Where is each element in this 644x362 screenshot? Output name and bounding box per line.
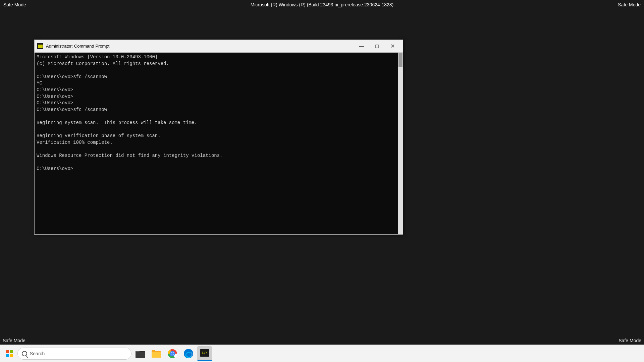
safe-mode-top-left: Safe Mode: [0, 0, 30, 9]
edge-icon: [184, 349, 193, 358]
search-box[interactable]: Search: [17, 348, 131, 360]
cmd-output[interactable]: Microsoft Windows [Version 10.0.23493.10…: [35, 53, 398, 234]
taskbar: Search: [0, 345, 644, 362]
cmd-taskbar-icon-text: C:\: [202, 351, 207, 355]
windows-logo-icon: [5, 350, 13, 358]
svg-rect-6: [136, 351, 140, 352]
svg-rect-5: [136, 352, 145, 358]
svg-point-10: [171, 352, 174, 355]
svg-rect-1: [10, 350, 13, 353]
safe-mode-bottom-right: Safe Mode: [619, 338, 641, 343]
windows-build-title: Microsoft (R) Windows (R) (Build 23493.n…: [247, 0, 397, 9]
cmd-window: Administrator: Command Prompt — □ ✕ Micr…: [34, 40, 403, 235]
taskbar-edge[interactable]: [181, 346, 196, 361]
window-controls: — □ ✕: [354, 41, 400, 52]
cmd-scrollbar-thumb[interactable]: [398, 53, 402, 67]
search-label: Search: [30, 351, 45, 356]
taskbar-chrome[interactable]: [165, 346, 180, 361]
safe-mode-bottom-left: Safe Mode: [3, 338, 25, 343]
cmd-taskbar-icon-bg: C:\: [200, 349, 209, 357]
file-explorer-icon: [136, 349, 145, 358]
cmd-titlebar: Administrator: Command Prompt — □ ✕: [35, 40, 403, 53]
taskbar-cmd[interactable]: C:\: [197, 346, 212, 361]
minimize-button[interactable]: —: [354, 41, 369, 52]
taskbar-file-explorer[interactable]: [133, 346, 148, 361]
svg-rect-3: [10, 354, 13, 357]
cmd-app-icon: [37, 43, 43, 49]
maximize-button[interactable]: □: [369, 41, 385, 52]
cmd-window-title: Administrator: Command Prompt: [46, 44, 354, 49]
svg-rect-2: [6, 354, 9, 357]
folder-icon: [152, 350, 161, 358]
close-button[interactable]: ✕: [385, 41, 400, 52]
chrome-icon: [168, 349, 177, 358]
cmd-body: Microsoft Windows [Version 10.0.23493.10…: [35, 53, 403, 234]
start-button[interactable]: [3, 347, 16, 360]
safe-mode-top-right: Safe Mode: [614, 0, 644, 9]
search-icon: [22, 351, 27, 356]
svg-rect-0: [6, 350, 9, 353]
taskbar-folder[interactable]: [149, 346, 164, 361]
cmd-scrollbar[interactable]: [398, 53, 403, 234]
